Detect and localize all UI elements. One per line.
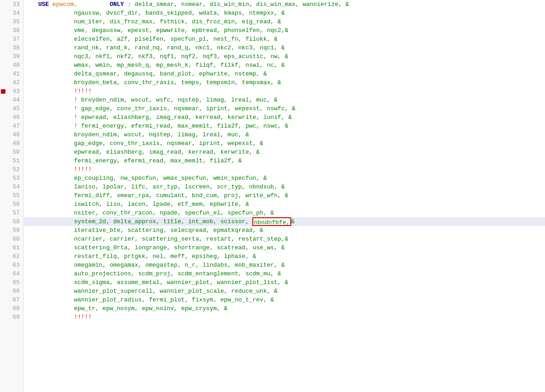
code-token: system_2d, delta_approx, title, int_mob,… <box>27 217 252 226</box>
line-number: 65 <box>0 278 23 287</box>
code-token: ONLY <box>109 0 124 9</box>
code-token: & <box>234 156 242 165</box>
code-token: & <box>271 35 278 43</box>
line-number: 34 <box>0 9 23 17</box>
line-numbers: 3334353637383940414243444546474849505152… <box>0 0 24 392</box>
code-line: epwread, eliashberg, imag_read, kerread,… <box>24 148 545 156</box>
highlighted-token: nbndnfbfe, <box>252 217 291 226</box>
code-token: & <box>271 96 278 104</box>
code-line: USE epwcom, ONLY : delta_smear, nsmear, … <box>24 0 545 9</box>
code-token: & <box>267 209 274 217</box>
line-number: 46 <box>0 113 23 122</box>
line-number: 56 <box>0 200 23 209</box>
code-line: vme, degaussw, epexst, epwwrite, epbread… <box>24 26 545 35</box>
code-token: !!!!! <box>27 165 92 174</box>
code-token: & <box>260 70 267 78</box>
code-token: & <box>271 287 278 295</box>
code-token: & <box>252 148 260 156</box>
code-token: & <box>260 174 267 183</box>
line-number: 36 <box>0 26 23 35</box>
code-token: ngaussw, dvscf_dir, bands_skipped, wdata… <box>27 9 278 17</box>
line-number: 38 <box>0 43 23 52</box>
code-token: & <box>281 278 289 287</box>
code-token: rand_nk, rand_k, rand_nq, rand_q, nkc1, … <box>27 43 278 52</box>
code-token: wmax, wmin, mp_mesh_q, mp_mesh_k, filqf,… <box>27 61 278 70</box>
code-token: !!!!! <box>27 313 92 322</box>
line-number: 43 <box>0 87 23 96</box>
code-line: fermi_energy, efermi_read, max_memlt, fi… <box>24 156 545 165</box>
code-line: wmax, wmin, mp_mesh_q, mp_mesh_k, filqf,… <box>24 61 545 70</box>
code-token: omegamin, omegamax, omegastep, n_r, lind… <box>27 261 278 269</box>
code-line: system_2d, delta_approx, title, int_mob,… <box>24 217 545 226</box>
line-number: 57 <box>0 209 23 217</box>
line-number: 67 <box>0 295 23 304</box>
line-number: 55 <box>0 191 23 200</box>
line-number: 49 <box>0 139 23 148</box>
line-number: 39 <box>0 52 23 61</box>
code-token: & <box>242 130 249 139</box>
code-token: fermi_diff, smear_rpa, cumulant, bnd_cum… <box>27 191 281 200</box>
code-token: & <box>281 52 289 61</box>
code-token: ncarrier, carrier, scattering_serta, res… <box>27 235 285 243</box>
code-token: & <box>278 43 285 52</box>
line-number: 60 <box>0 235 23 243</box>
code-token: laniso, lpolar, lifc, asr_typ, lscreen, … <box>27 183 278 191</box>
line-number: 37 <box>0 35 23 43</box>
line-number: 66 <box>0 287 23 295</box>
code-line: !!!!! <box>24 313 545 322</box>
code-line: scattering_0rta, longrange, shortrange, … <box>24 243 545 252</box>
code-token: & <box>256 226 263 235</box>
code-token: & <box>285 113 292 122</box>
code-token: scattering_0rta, longrange, shortrange, … <box>27 243 278 252</box>
code-token: & <box>278 261 285 269</box>
code-token: fermi_energy, efermi_read, max_memlt, fi… <box>27 156 234 165</box>
code-token: auto_projections, scdm_proj, scdm_entang… <box>27 269 274 278</box>
line-number: 62 <box>0 252 23 261</box>
code-token: epwcom, <box>49 0 77 9</box>
code-token: broyden_ndim, wscut, nqstep, limag, lrea… <box>27 130 242 139</box>
line-number: 69 <box>0 313 23 322</box>
code-line: ncarrier, carrier, scattering_serta, res… <box>24 235 545 243</box>
code-line: gap_edge, conv_thr_iaxis, nqsmear, iprin… <box>24 139 545 148</box>
code-token: delta_qsmear, degaussq, band_plot, ephwr… <box>27 70 260 78</box>
code-token: & <box>342 0 349 9</box>
line-number: 63 <box>0 261 23 269</box>
code-token: & <box>278 9 285 17</box>
line-number: 52 <box>0 165 23 174</box>
code-token <box>77 0 109 9</box>
line-number: 41 <box>0 70 23 78</box>
line-number: 47 <box>0 122 23 130</box>
code-token: num_iter, dis_froz_max, fsthick, dis_fro… <box>27 17 274 26</box>
code-token: & <box>285 235 289 243</box>
code-line: nsiter, conv_thr_racon, npade, specfun_e… <box>24 209 545 217</box>
code-line: !!!!! <box>24 87 545 96</box>
code-token: & <box>289 104 296 113</box>
code-line: !!!!! <box>24 165 545 174</box>
code-line: epw_tr, epw_nosym, epw_noinv, epw_crysym… <box>24 304 545 313</box>
code-token: : delta_smear, nsmear, dis_win_min, dis_… <box>124 0 342 9</box>
code-token: scdm_sigma, assume_metal, wannier_plot, … <box>27 278 281 287</box>
code-token: & <box>281 122 289 130</box>
code-area[interactable]: USE epwcom, ONLY : delta_smear, nsmear, … <box>24 0 545 392</box>
code-line: elecselfen, a2f, plselfen, specfun_pl, n… <box>24 35 545 43</box>
code-line: omegamin, omegamax, omegastep, n_r, lind… <box>24 261 545 269</box>
line-number: 33 <box>0 0 23 9</box>
code-token: wannier_plot_radius, fermi_plot, fixsym,… <box>27 295 267 304</box>
code-token: & <box>256 139 263 148</box>
code-line: restart_filq, prtgkk, nel, meff, epsiheg… <box>24 252 545 261</box>
code-token: gap_edge, conv_thr_iaxis, nqsmear, iprin… <box>27 139 256 148</box>
code-token: restart_filq, prtgkk, nel, meff, epsiheg… <box>27 252 249 261</box>
code-line: delta_qsmear, degaussq, band_plot, ephwr… <box>24 70 545 78</box>
code-token: & <box>278 243 285 252</box>
code-token: & <box>249 252 256 261</box>
code-line: ep_coupling, nw_specfun, wmax_specfun, w… <box>24 174 545 183</box>
code-token: & <box>281 191 289 200</box>
line-number: 44 <box>0 96 23 104</box>
code-token: & <box>220 304 228 313</box>
code-token: iterative_bte, scattering, selecqread, e… <box>27 226 256 235</box>
code-token: & <box>242 200 249 209</box>
code-token: elecselfen, a2f, plselfen, specfun_pl, n… <box>27 35 271 43</box>
line-number: 51 <box>0 156 23 165</box>
code-token: & <box>278 183 285 191</box>
code-line: ! broyden_ndim, wscut, wsfc, nqstep, lim… <box>24 96 545 104</box>
